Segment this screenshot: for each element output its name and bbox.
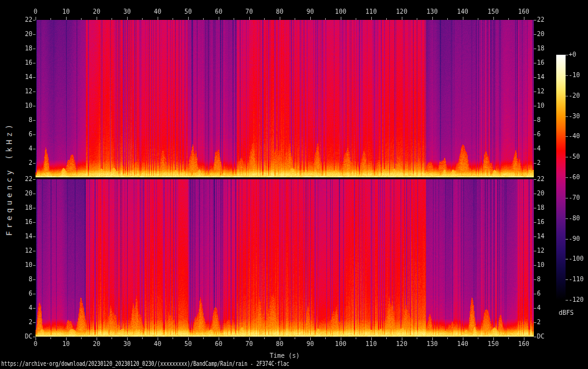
freq-tick-label: 10 [537, 103, 544, 109]
freq-tick-label: 8 [29, 117, 32, 123]
freq-tick [534, 222, 536, 223]
time-minor-tick [50, 337, 51, 339]
freq-tick-label: 6 [29, 131, 32, 138]
freq-tick-label: 16 [25, 219, 32, 225]
colorbar-tick [566, 55, 568, 55]
freq-tick [534, 163, 536, 164]
colorbar-tick-label: -100 [569, 256, 584, 262]
time-minor-tick [417, 337, 417, 339]
freq-tick-label: 20 [25, 31, 32, 37]
freq-tick [534, 194, 536, 194]
freq-tick-label: 12 [25, 248, 32, 254]
freq-tick-label: 18 [25, 205, 32, 211]
time-minor-tick [478, 337, 478, 339]
time-tick-label: 20 [93, 9, 100, 15]
freq-tick-label: 16 [25, 60, 32, 66]
time-tick-label: 100 [335, 341, 346, 347]
time-tick [188, 337, 189, 340]
freq-tick-label: 2 [537, 160, 541, 166]
freq-tick [534, 322, 536, 323]
freq-tick [534, 34, 536, 35]
time-tick-label: 50 [184, 9, 192, 15]
freq-tick-label: 8 [537, 276, 541, 283]
time-tick-label: 160 [518, 341, 529, 347]
time-tick [280, 337, 280, 340]
freq-tick-label: 10 [537, 262, 544, 268]
freq-tick-label: 4 [29, 305, 32, 311]
time-tick-label: 40 [154, 9, 161, 15]
colorbar-tick-label: -40 [569, 133, 580, 139]
time-tick-label: 10 [62, 341, 70, 347]
colorbar-tick-label: -10 [569, 72, 580, 78]
time-tick-label: 130 [427, 341, 438, 347]
time-tick [36, 337, 36, 340]
time-tick-label: 50 [184, 341, 192, 347]
time-minor-tick [234, 337, 234, 339]
freq-tick-label: 14 [537, 74, 544, 80]
time-tick-label: 0 [34, 341, 37, 347]
time-minor-tick [81, 337, 82, 339]
colorbar-tick [566, 218, 568, 219]
freq-tick [534, 236, 536, 237]
colorbar-gradient [556, 55, 566, 300]
time-tick-label: 160 [518, 9, 529, 15]
colorbar-tick-label: -70 [569, 195, 580, 201]
time-minor-tick [386, 337, 387, 339]
time-tick-label: 30 [123, 341, 131, 347]
freq-tick-label: 22 [537, 176, 544, 182]
colorbar-tick [566, 116, 568, 117]
colorbar-tick-label: -20 [569, 93, 580, 99]
time-minor-tick [264, 337, 265, 339]
time-minor-tick [111, 337, 112, 339]
freq-tick [33, 337, 36, 337]
freq-tick-label: 2 [29, 160, 32, 166]
colorbar-tick-label: -120 [569, 297, 584, 303]
freq-tick-label: 14 [25, 233, 32, 240]
time-tick [493, 337, 494, 340]
time-tick-label: 30 [123, 9, 131, 15]
freq-tick-label: 10 [25, 262, 32, 268]
freq-tick [534, 120, 536, 121]
time-tick-label: 110 [366, 341, 377, 347]
colorbar-tick [566, 136, 568, 137]
time-minor-tick [203, 337, 204, 339]
freq-tick-label: 6 [537, 131, 541, 138]
freq-tick [534, 208, 536, 208]
colorbar-tick-label: -90 [569, 236, 580, 242]
freq-tick [534, 20, 536, 21]
freq-tick-label: 12 [537, 248, 544, 254]
colorbar-tick [566, 279, 568, 280]
freq-tick-label: 4 [537, 146, 541, 152]
freq-tick [534, 279, 536, 280]
freq-tick [534, 308, 536, 309]
time-tick [402, 337, 402, 340]
freq-tick [534, 134, 536, 135]
time-tick [127, 337, 128, 340]
freq-tick-label: 2 [29, 319, 32, 325]
freq-tick-label: 8 [29, 276, 32, 283]
time-minor-tick [295, 337, 295, 339]
colorbar-tick [566, 300, 568, 301]
freq-tick-label: 22 [537, 17, 544, 23]
time-tick [524, 337, 524, 340]
time-tick [371, 337, 372, 340]
freq-tick-label: 20 [537, 190, 544, 197]
time-minor-tick [173, 337, 173, 339]
time-tick-label: 20 [93, 341, 100, 347]
time-tick [310, 337, 311, 340]
freq-tick-label: 12 [25, 88, 32, 95]
time-tick-label: 70 [245, 341, 253, 347]
freq-tick-label: 22 [25, 17, 32, 23]
time-tick-label: 100 [335, 9, 346, 15]
freq-tick-label: 18 [537, 45, 544, 52]
xlabel-time: Time (s) [270, 352, 300, 359]
freq-tick [534, 63, 536, 63]
freq-tick-label: 20 [25, 190, 32, 197]
freq-tick-label: 6 [29, 291, 32, 297]
time-tick-label: 80 [276, 9, 283, 15]
time-minor-tick [142, 337, 143, 339]
spectrogram-page: Frequency (kHz) 010203040506070809010011… [0, 0, 588, 369]
time-tick-label: 60 [215, 9, 222, 15]
footer-title: https://archive·org/download/20230120_20… [1, 360, 289, 368]
freq-tick [534, 91, 536, 92]
